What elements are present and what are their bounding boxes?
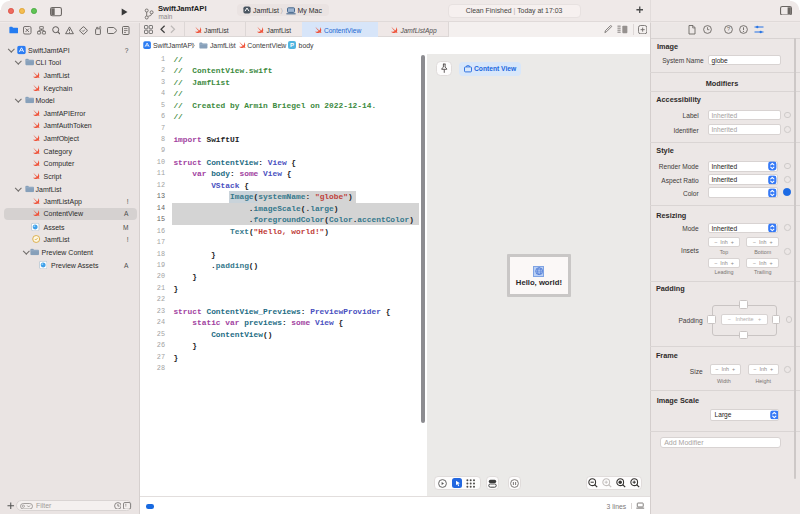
- svg-text:?: ?: [726, 27, 729, 33]
